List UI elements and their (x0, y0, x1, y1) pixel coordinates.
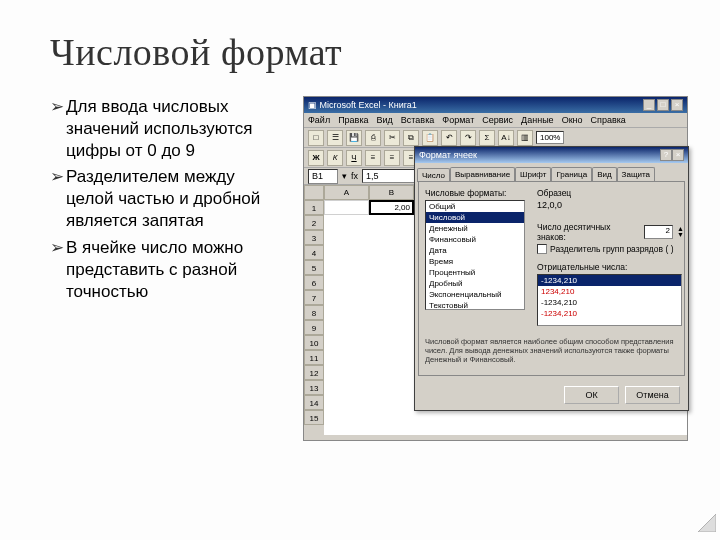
maximize-button[interactable]: □ (657, 99, 669, 111)
menu-format[interactable]: Формат (442, 115, 474, 125)
menu-data[interactable]: Данные (521, 115, 554, 125)
minimize-button[interactable]: _ (643, 99, 655, 111)
bullet-item: В ячейке число можно представить с разно… (50, 237, 285, 303)
format-option[interactable]: Финансовый (426, 234, 524, 245)
close-button[interactable]: × (671, 99, 683, 111)
row-header[interactable]: 3 (304, 230, 324, 245)
dialog-tabs: Число Выравнивание Шрифт Граница Вид Защ… (415, 163, 688, 181)
col-header[interactable]: B (369, 185, 414, 200)
row-header[interactable]: 8 (304, 305, 324, 320)
zoom-field[interactable]: 100% (536, 131, 564, 144)
menu-help[interactable]: Справка (591, 115, 626, 125)
open-icon[interactable]: ☰ (327, 130, 343, 146)
format-option[interactable]: Общий (426, 201, 524, 212)
bullet-list: Для ввода числовых значений используются… (50, 96, 285, 441)
format-option-selected[interactable]: Числовой (426, 212, 524, 223)
bold-icon[interactable]: Ж (308, 150, 324, 166)
ok-button[interactable]: ОК (564, 386, 619, 404)
window-titlebar: ▣ Microsoft Excel - Книга1 _ □ × (304, 97, 687, 113)
italic-icon[interactable]: К (327, 150, 343, 166)
tab-panel-number: Числовые форматы: Общий Числовой Денежны… (418, 181, 685, 376)
menu-tools[interactable]: Сервис (482, 115, 513, 125)
row-header[interactable]: 4 (304, 245, 324, 260)
copy-icon[interactable]: ⧉ (403, 130, 419, 146)
decimal-places-label: Число десятичных знаков: (537, 222, 640, 242)
menu-edit[interactable]: Правка (338, 115, 368, 125)
tab-protection[interactable]: Защита (617, 167, 655, 181)
name-box[interactable]: B1 (308, 169, 338, 184)
tab-border[interactable]: Граница (551, 167, 592, 181)
format-option[interactable]: Экспоненциальный (426, 289, 524, 300)
fx-icon[interactable]: fx (351, 171, 358, 181)
menu-window[interactable]: Окно (562, 115, 583, 125)
row-headers: 1 2 3 4 5 6 7 8 9 10 11 12 13 14 (304, 185, 324, 435)
menu-file[interactable]: Файл (308, 115, 330, 125)
sample-label: Образец (537, 188, 571, 198)
dialog-help-button[interactable]: ? (660, 149, 672, 161)
paste-icon[interactable]: 📋 (422, 130, 438, 146)
print-icon[interactable]: ⎙ (365, 130, 381, 146)
save-icon[interactable]: 💾 (346, 130, 362, 146)
formats-listbox[interactable]: Общий Числовой Денежный Финансовый Дата … (425, 200, 525, 310)
neg-option[interactable]: -1234,210 (538, 308, 681, 319)
neg-option[interactable]: -1234,210 (538, 297, 681, 308)
new-icon[interactable]: □ (308, 130, 324, 146)
row-header[interactable]: 13 (304, 380, 324, 395)
row-header[interactable]: 14 (304, 395, 324, 410)
dialog-title: Формат ячеек (419, 150, 660, 160)
menu-insert[interactable]: Вставка (401, 115, 434, 125)
decimal-places-input[interactable]: 2 (644, 225, 674, 239)
dropdown-icon[interactable]: ▾ (342, 171, 347, 181)
thousands-sep-label: Разделитель групп разрядов ( ) (550, 244, 673, 254)
format-option[interactable]: Дробный (426, 278, 524, 289)
sort-asc-icon[interactable]: A↓ (498, 130, 514, 146)
select-all-corner[interactable] (304, 185, 324, 200)
cell-b1[interactable]: 2,00 (369, 200, 414, 215)
negative-label: Отрицательные числа: (537, 262, 627, 272)
format-option[interactable]: Денежный (426, 223, 524, 234)
menu-view[interactable]: Вид (377, 115, 393, 125)
dialog-titlebar: Формат ячеек ? × (415, 147, 688, 163)
tab-number[interactable]: Число (417, 168, 450, 182)
row-header[interactable]: 15 (304, 410, 324, 425)
excel-window: ▣ Microsoft Excel - Книга1 _ □ × Файл Пр… (303, 96, 688, 441)
redo-icon[interactable]: ↷ (460, 130, 476, 146)
slide-title: Числовой формат (50, 30, 670, 74)
row-header[interactable]: 10 (304, 335, 324, 350)
align-left-icon[interactable]: ≡ (365, 150, 381, 166)
tab-fill[interactable]: Вид (592, 167, 616, 181)
row-header[interactable]: 12 (304, 365, 324, 380)
negative-listbox[interactable]: -1234,210 1234,210 -1234,210 -1234,210 (537, 274, 682, 326)
neg-option[interactable]: 1234,210 (538, 286, 681, 297)
cancel-button[interactable]: Отмена (625, 386, 680, 404)
excel-icon: ▣ (308, 100, 317, 110)
sum-icon[interactable]: Σ (479, 130, 495, 146)
row-header[interactable]: 6 (304, 275, 324, 290)
row-header[interactable]: 2 (304, 215, 324, 230)
dialog-close-button[interactable]: × (672, 149, 684, 161)
neg-option[interactable]: -1234,210 (538, 275, 681, 286)
format-option[interactable]: Процентный (426, 267, 524, 278)
format-option[interactable]: Время (426, 256, 524, 267)
thousands-sep-checkbox[interactable] (537, 244, 547, 254)
underline-icon[interactable]: Ч (346, 150, 362, 166)
col-header[interactable]: A (324, 185, 369, 200)
row-header[interactable]: 9 (304, 320, 324, 335)
row-header[interactable]: 5 (304, 260, 324, 275)
bullet-item: Для ввода числовых значений используются… (50, 96, 285, 162)
format-option[interactable]: Текстовый (426, 300, 524, 310)
chart-icon[interactable]: ▥ (517, 130, 533, 146)
row-header[interactable]: 7 (304, 290, 324, 305)
format-option[interactable]: Дата (426, 245, 524, 256)
undo-icon[interactable]: ↶ (441, 130, 457, 146)
tab-font[interactable]: Шрифт (515, 167, 551, 181)
tab-alignment[interactable]: Выравнивание (450, 167, 515, 181)
format-cells-dialog: Формат ячеек ? × Число Выравнивание Шриф… (414, 146, 689, 411)
cut-icon[interactable]: ✂ (384, 130, 400, 146)
row-header[interactable]: 1 (304, 200, 324, 215)
align-center-icon[interactable]: ≡ (384, 150, 400, 166)
toolbar-standard: □ ☰ 💾 ⎙ ✂ ⧉ 📋 ↶ ↷ Σ A↓ ▥ 100% (304, 128, 687, 148)
cell-a1[interactable] (324, 200, 369, 215)
spinner-icon[interactable]: ▲▼ (677, 226, 684, 238)
row-header[interactable]: 11 (304, 350, 324, 365)
